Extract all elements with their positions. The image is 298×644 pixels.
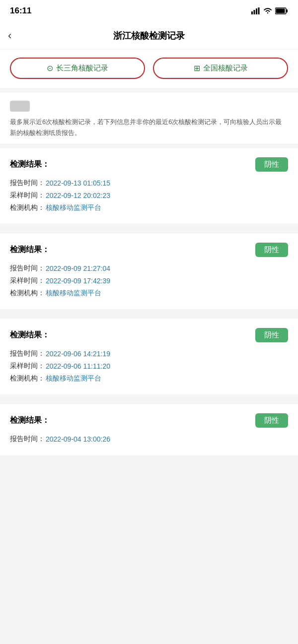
result-row-3: 检测结果： 阴性 [10, 413, 288, 428]
report-time-value-1: 2022-09-09 21:27:04 [46, 264, 110, 272]
record-card-3: 检测结果： 阴性 报告时间： 2022-09-04 13:00:26 [0, 404, 298, 455]
result-label-3: 检测结果： [10, 415, 50, 426]
record-card-2: 检测结果： 阴性 报告时间： 2022-09-06 14:21:19 采样时间：… [0, 319, 298, 394]
institution-label-1: 检测机构： [10, 289, 46, 298]
institution-value-0: 核酸移动监测平台 [46, 203, 101, 212]
institution-row-0: 检测机构： 核酸移动监测平台 [10, 203, 288, 212]
report-time-value-0: 2022-09-13 01:05:15 [46, 179, 110, 187]
national-icon: ⊞ [194, 64, 200, 73]
signal-icon [251, 7, 260, 14]
report-time-label-1: 报告时间： [10, 264, 46, 273]
yangtze-delta-button[interactable]: ⊙ 长三角核酸记录 [10, 58, 145, 79]
user-avatar [10, 101, 30, 112]
status-bar: 16:11 [0, 0, 298, 22]
result-badge-1: 阴性 [255, 243, 288, 257]
national-label: 全国核酸记录 [203, 64, 248, 73]
divider-3 [0, 314, 298, 319]
yangtze-delta-label: 长三角核酸记录 [56, 64, 108, 73]
info-section: 最多展示近6次核酸检测记录，若下列信息并非你的最近6次核酸检测记录，可向核验人员… [0, 93, 298, 143]
svg-rect-0 [251, 11, 253, 14]
report-time-value-2: 2022-09-06 14:21:19 [46, 350, 110, 358]
result-label-1: 检测结果： [10, 245, 50, 255]
result-label-0: 检测结果： [10, 159, 50, 170]
record-card-0: 检测结果： 阴性 报告时间： 2022-09-13 01:05:15 采样时间：… [0, 148, 298, 224]
result-badge-2: 阴性 [255, 328, 288, 342]
report-time-row-1: 报告时间： 2022-09-09 21:27:04 [10, 264, 288, 273]
page-title: 浙江核酸检测记录 [113, 30, 185, 42]
user-avatar-row [10, 101, 288, 112]
wifi-icon [263, 7, 272, 14]
institution-row-1: 检测机构： 核酸移动监测平台 [10, 289, 288, 298]
sample-time-value-2: 2022-09-06 11:11:20 [46, 362, 110, 370]
battery-icon [275, 7, 288, 14]
sample-time-value-1: 2022-09-09 17:42:39 [46, 277, 110, 285]
result-label-2: 检测结果： [10, 330, 50, 340]
sample-time-row-0: 采样时间： 2022-09-12 20:02:23 [10, 191, 288, 200]
back-button[interactable]: ‹ [8, 29, 11, 42]
record-card-1: 检测结果： 阴性 报告时间： 2022-09-09 21:27:04 采样时间：… [0, 234, 298, 309]
sample-time-value-0: 2022-09-12 20:02:23 [46, 192, 110, 199]
report-time-label-0: 报告时间： [10, 179, 46, 188]
report-time-row-3: 报告时间： 2022-09-04 13:00:26 [10, 435, 288, 444]
result-badge-0: 阴性 [255, 157, 288, 172]
nav-bar: ‹ 浙江核酸检测记录 [0, 22, 298, 50]
sample-time-label-1: 采样时间： [10, 276, 46, 285]
institution-value-1: 核酸移动监测平台 [46, 289, 101, 298]
button-row: ⊙ 长三角核酸记录 ⊞ 全国核酸记录 [0, 50, 298, 88]
status-time: 16:11 [10, 6, 31, 16]
national-button[interactable]: ⊞ 全国核酸记录 [153, 58, 288, 79]
location-icon: ⊙ [47, 64, 53, 73]
svg-rect-5 [287, 9, 288, 12]
svg-rect-1 [254, 10, 255, 14]
divider-2 [0, 229, 298, 234]
sample-time-label-0: 采样时间： [10, 191, 46, 200]
institution-value-2: 核酸移动监测平台 [46, 374, 101, 383]
status-icons [251, 7, 288, 14]
notice-text: 最多展示近6次核酸检测记录，若下列信息并非你的最近6次核酸检测记录，可向核验人员… [10, 117, 288, 138]
sample-time-row-2: 采样时间： 2022-09-06 11:11:20 [10, 362, 288, 371]
result-badge-3: 阴性 [255, 413, 288, 428]
svg-rect-6 [276, 9, 285, 13]
records-container: 检测结果： 阴性 报告时间： 2022-09-13 01:05:15 采样时间：… [0, 148, 298, 455]
institution-row-2: 检测机构： 核酸移动监测平台 [10, 374, 288, 383]
sample-time-row-1: 采样时间： 2022-09-09 17:42:39 [10, 276, 288, 285]
report-time-label-2: 报告时间： [10, 349, 46, 358]
report-time-row-0: 报告时间： 2022-09-13 01:05:15 [10, 179, 288, 188]
divider-1 [0, 143, 298, 148]
sample-time-label-2: 采样时间： [10, 362, 46, 371]
result-row-1: 检测结果： 阴性 [10, 243, 288, 257]
report-time-row-2: 报告时间： 2022-09-06 14:21:19 [10, 349, 288, 358]
divider-4 [0, 399, 298, 404]
svg-rect-3 [258, 7, 260, 14]
result-row-0: 检测结果： 阴性 [10, 157, 288, 172]
institution-label-0: 检测机构： [10, 203, 46, 212]
institution-label-2: 检测机构： [10, 374, 46, 383]
svg-rect-2 [256, 8, 257, 14]
result-row-2: 检测结果： 阴性 [10, 328, 288, 342]
report-time-value-3: 2022-09-04 13:00:26 [46, 435, 110, 443]
report-time-label-3: 报告时间： [10, 435, 46, 444]
